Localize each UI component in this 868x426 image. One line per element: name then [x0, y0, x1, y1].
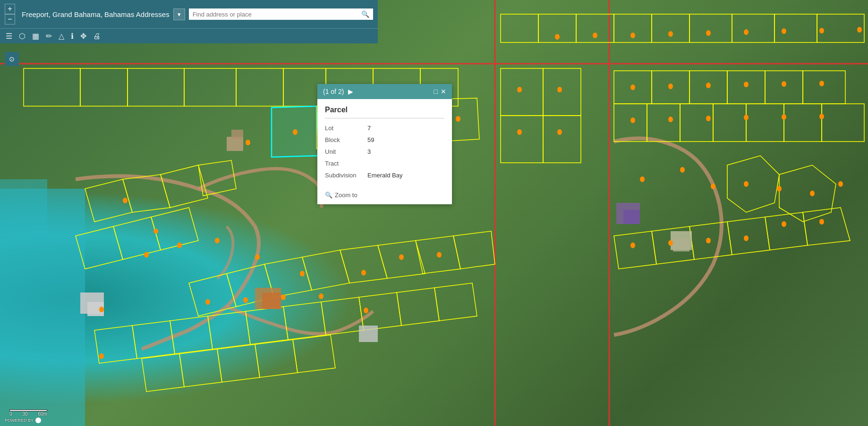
field-label: Lot	[325, 122, 367, 134]
esri-logo	[35, 418, 41, 423]
map-background	[0, 0, 868, 426]
info-icon[interactable]: ℹ	[71, 32, 74, 41]
popup-body: Parcel Lot 7 Block 59 Unit 3	[317, 99, 452, 188]
scale-bar: 0 30 60m	[9, 409, 47, 417]
field-value: 3	[367, 146, 444, 158]
scale-label-mid: 30	[22, 411, 27, 417]
table-row: Block 59	[325, 134, 444, 146]
dropdown-button[interactable]: ▾	[173, 8, 185, 20]
table-row: Tract	[325, 158, 444, 169]
scale-label-end: 60m	[38, 411, 47, 417]
scale-label-start: 0	[9, 411, 12, 417]
layers-icon[interactable]: ⬡	[19, 32, 26, 41]
zoom-to-icon: 🔍	[325, 192, 332, 199]
popup-next-button[interactable]: ▶	[347, 88, 355, 95]
powered-by-text: POWERED BY	[5, 418, 34, 423]
table-row: Subdivision Emerald Bay	[325, 169, 444, 181]
zoom-to-link[interactable]: 🔍 Zoom to	[325, 192, 357, 199]
table-row: Unit 3	[325, 146, 444, 158]
popup-close-button[interactable]: ✕	[441, 88, 446, 95]
field-label: Subdivision	[325, 169, 367, 181]
measure-icon[interactable]: △	[59, 32, 64, 41]
field-value: 59	[367, 134, 444, 146]
popup-expand-button[interactable]: □	[434, 88, 438, 95]
map-title: Freeport, Grand Bahama, Bahamas Addresse…	[22, 10, 170, 18]
field-value	[367, 158, 444, 169]
toolbar: + − Freeport, Grand Bahama, Bahamas Addr…	[0, 0, 378, 43]
search-input[interactable]	[193, 11, 361, 18]
popup-footer: 🔍 Zoom to	[317, 188, 452, 204]
map-container[interactable]: + − Freeport, Grand Bahama, Bahamas Addr…	[0, 0, 868, 426]
powered-by: POWERED BY	[5, 418, 41, 423]
table-row: Lot 7	[325, 122, 444, 134]
basemap-icon[interactable]: ▦	[32, 32, 39, 41]
search-container: 🔍	[189, 8, 373, 20]
scale-labels: 0 30 60m	[9, 411, 47, 417]
popup-header: (1 of 2) ▶ □ ✕	[317, 84, 452, 99]
field-value: Emerald Bay	[367, 169, 444, 181]
feature-popup: (1 of 2) ▶ □ ✕ Parcel Lot 7 Block 59	[317, 84, 452, 204]
field-label: Unit	[325, 146, 367, 158]
popup-title: Parcel	[325, 106, 444, 118]
sketch-icon[interactable]: ✏	[46, 32, 52, 41]
field-label: Block	[325, 134, 367, 146]
field-value: 7	[367, 122, 444, 134]
list-view-icon[interactable]: ☰	[6, 32, 12, 41]
popup-controls: □ ✕	[434, 88, 446, 95]
popup-navigation: (1 of 2) ▶	[323, 88, 355, 95]
popup-pagination: (1 of 2)	[323, 88, 344, 95]
zoom-to-label: Zoom to	[335, 192, 357, 199]
move-icon[interactable]: ✥	[80, 32, 86, 41]
zoom-in-button[interactable]: +	[5, 4, 15, 14]
my-location-button[interactable]: ⊙	[5, 52, 19, 66]
search-button[interactable]: 🔍	[361, 10, 369, 18]
print-icon[interactable]: 🖨	[93, 32, 101, 41]
field-label: Tract	[325, 158, 367, 169]
dropdown-arrow-icon: ▾	[178, 11, 181, 18]
popup-table: Lot 7 Block 59 Unit 3 Tract	[325, 122, 444, 181]
zoom-controls: + −	[5, 4, 15, 25]
zoom-out-button[interactable]: −	[5, 14, 15, 25]
